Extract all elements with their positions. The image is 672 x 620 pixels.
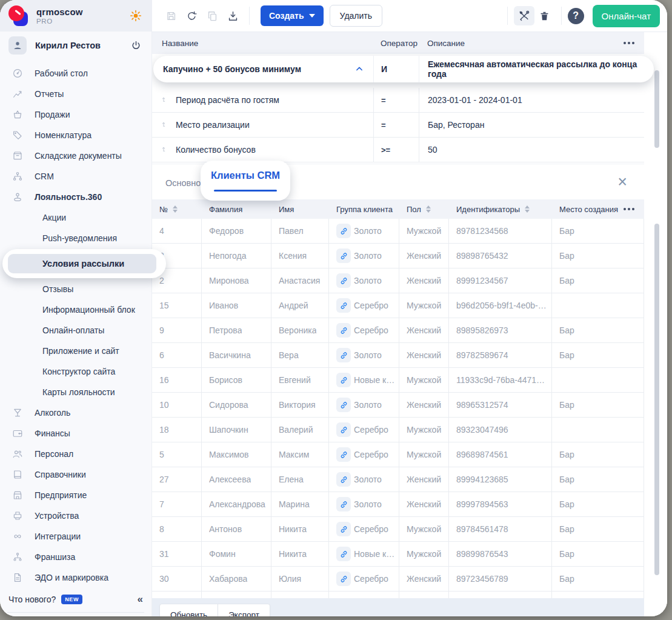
- scrollbar-conditions[interactable]: [654, 70, 659, 148]
- sidebar-item[interactable]: Справочники: [0, 464, 151, 485]
- table-row[interactable]: 4ФедоровПавелЗолотоМужской89781234568Бар: [152, 219, 644, 244]
- cell-ids: 89997894563: [449, 492, 552, 516]
- sidebar-item[interactable]: Складские документы: [0, 145, 151, 166]
- refresh-button[interactable]: Обновить: [159, 604, 218, 616]
- sidebar-item[interactable]: Алкоголь: [0, 402, 151, 423]
- save-icon[interactable]: [161, 6, 181, 25]
- divider: [561, 7, 562, 25]
- campaign-row[interactable]: Капучино + 50 бонусов минимум И Ежемесяч…: [153, 56, 654, 82]
- sidebar-item[interactable]: Карты лояльности: [0, 382, 151, 402]
- close-icon[interactable]: ×: [615, 174, 630, 190]
- tab-crm-clients[interactable]: Клиенты CRM: [201, 161, 290, 201]
- column-place[interactable]: Место создания: [552, 205, 644, 214]
- cell-place: [552, 368, 644, 392]
- table-row[interactable]: 10СидороваВикторияЗолотоЖенский989653125…: [152, 393, 644, 418]
- cell-lastname: Шапочкин: [202, 418, 271, 442]
- power-icon[interactable]: [130, 40, 142, 52]
- column-operator[interactable]: Оператор: [373, 39, 419, 48]
- condition-row[interactable]: Место реализации=Бар, Ресторан: [152, 113, 644, 138]
- sidebar-item[interactable]: Предприятие: [0, 485, 151, 505]
- cell-lastname: Алексеева: [202, 467, 271, 492]
- sidebar-item[interactable]: Отчеты: [0, 84, 151, 104]
- more-menu-icon[interactable]: [624, 42, 644, 44]
- condition-row[interactable]: Количество бонусов>=50: [152, 138, 644, 162]
- cell-num: 10: [152, 393, 202, 417]
- scrollbar-crm[interactable]: [654, 224, 659, 575]
- cell-group: Золото: [329, 268, 399, 293]
- help-icon[interactable]: ?: [568, 8, 584, 24]
- table-row[interactable]: 30ХабароваЮлияСереброЖенский89723456789Б…: [152, 567, 644, 592]
- collapse-sidebar-icon[interactable]: «: [138, 593, 143, 605]
- column-num[interactable]: №: [152, 205, 202, 214]
- table-row[interactable]: 16БорисовЕвгенийНовые к…Мужской11933c9d-…: [152, 368, 644, 393]
- column-gender[interactable]: Пол: [399, 205, 449, 214]
- table-row[interactable]: 7АлександроваМаринаЗолотоЖенский89997894…: [152, 492, 644, 517]
- sidebar-item[interactable]: Интеграции: [0, 526, 151, 547]
- create-button-label: Создать: [269, 11, 304, 21]
- sidebar-item[interactable]: Push-уведомления: [0, 228, 151, 248]
- delete-button[interactable]: Удалить: [330, 5, 382, 27]
- cell-firstname: Павел: [271, 219, 329, 243]
- table-row[interactable]: 3НепогодаКсенияЗолотоЖенский89898765432Б…: [152, 244, 644, 268]
- sidebar-item[interactable]: Лояльность.360: [0, 187, 151, 207]
- whats-new-link[interactable]: Что нового?: [8, 595, 56, 604]
- column-name[interactable]: Название: [152, 39, 373, 48]
- online-chat-button[interactable]: Онлайн-чат: [593, 5, 660, 27]
- export-button[interactable]: Экспорт: [218, 604, 270, 616]
- cell-gender: Женский: [399, 467, 449, 492]
- column-group[interactable]: Группа клиента: [329, 205, 399, 214]
- condition-value: Бар, Ресторан: [419, 113, 644, 137]
- cell-ids: 89895826973: [449, 318, 552, 342]
- table-row[interactable]: 6ВасичкинаВераЗолотоЖенский89782589674Ба…: [152, 343, 644, 368]
- table-row[interactable]: 18ШапочкинВалерийСереброМужской893230474…: [152, 418, 644, 442]
- sidebar-item[interactable]: Онлайн-оплаты: [0, 320, 151, 341]
- campaign-description: Ежемесячная автоматическая рассылка до к…: [419, 56, 654, 82]
- sidebar-item[interactable]: Отзывы: [0, 279, 151, 299]
- chevron-up-icon[interactable]: [354, 64, 365, 75]
- sidebar-item[interactable]: ЭДО и маркировка: [0, 567, 151, 588]
- dashboard-icon: [12, 68, 23, 79]
- column-firstname[interactable]: Имя: [271, 205, 329, 214]
- condition-row[interactable]: Период расчёта по гостям=2023-01-01 - 20…: [152, 88, 644, 113]
- create-button[interactable]: Создать: [261, 5, 324, 26]
- sidebar-item-label: Персонал: [35, 449, 73, 459]
- sidebar-item[interactable]: Акции: [0, 207, 151, 228]
- sidebar-item[interactable]: Номенклатура: [0, 125, 151, 145]
- table-row[interactable]: 9ПетроваВероникаСереброЖенский8989582697…: [152, 318, 644, 343]
- sidebar-item[interactable]: Конструктор сайта: [0, 361, 151, 382]
- table-row[interactable]: 8АнтоновНикитаСереброМужской89784561478Б…: [152, 517, 644, 542]
- sidebar-item[interactable]: Франшиза: [0, 547, 151, 567]
- table-row[interactable]: 15ИвановАндрейСереброМужскойb96d2056-b9f…: [152, 293, 644, 318]
- copy-icon[interactable]: [202, 6, 222, 25]
- trash-icon[interactable]: [534, 6, 555, 25]
- refresh-icon[interactable]: [181, 6, 202, 25]
- table-row[interactable]: 27АлексееваЕленаЗолотоЖенский89994123685…: [152, 467, 644, 492]
- table-row[interactable]: 5МаксимовМаксимСереброМужской89689874561…: [152, 442, 644, 467]
- sidebar-item[interactable]: Устройства: [0, 505, 151, 526]
- column-description[interactable]: Описание: [427, 39, 465, 48]
- campaign-name: Капучино + 50 бонусов минимум: [163, 64, 301, 74]
- export-icon[interactable]: [222, 6, 243, 25]
- sidebar-item[interactable]: Информационный блок: [0, 299, 151, 320]
- campaign-operator: И: [373, 56, 419, 82]
- sidebar-item[interactable]: Финансы: [0, 423, 151, 444]
- column-ids[interactable]: Идентификаторы: [449, 205, 552, 214]
- finance-icon: [12, 428, 23, 439]
- panel-tabbar: Основное Клиенты CRM ×: [152, 164, 621, 199]
- sun-icon[interactable]: [130, 10, 142, 22]
- cell-num: 30: [152, 567, 202, 591]
- column-lastname[interactable]: Фамилия: [202, 205, 271, 214]
- sidebar-item-selected[interactable]: Условия рассылки: [2, 249, 166, 278]
- tab-main[interactable]: Основное: [165, 176, 205, 188]
- condition-name: Период расчёта по гостям: [176, 95, 279, 105]
- tools-icon[interactable]: [514, 6, 534, 25]
- sidebar-item[interactable]: Рабочий стол: [0, 63, 151, 84]
- sidebar-item[interactable]: CRM: [0, 166, 151, 187]
- sidebar-item[interactable]: Продажи: [0, 104, 151, 125]
- more-menu-icon[interactable]: [624, 208, 644, 210]
- sidebar-item[interactable]: Персонал: [0, 444, 151, 464]
- table-row[interactable]: 31ФоминНикитаНовые к…Мужской89899876543Б…: [152, 542, 644, 567]
- cell-gender: Мужской: [399, 418, 449, 442]
- table-row[interactable]: 2МироноваАнастасияЗолотоЖенский899912345…: [152, 268, 644, 293]
- sidebar-item[interactable]: Приложение и сайт: [0, 341, 151, 361]
